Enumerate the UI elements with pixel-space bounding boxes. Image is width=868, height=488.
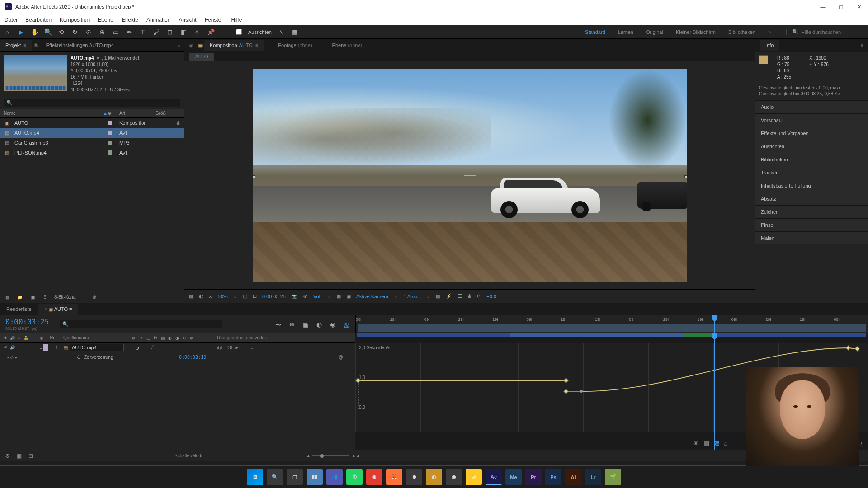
views-dropdown[interactable]: 1 Ansi... [403,294,421,299]
section-effekte[interactable]: Effekte und Vorgaben [755,127,868,140]
timeline-timecode[interactable]: 0:00:03:25 [5,318,49,326]
text-tool-icon[interactable]: T [139,28,146,36]
pickwhip-icon[interactable]: @ [217,345,222,350]
channel-icon[interactable]: ◐ [199,293,203,299]
graph-editor-icon[interactable]: ▧ [343,321,350,328]
workspace-more-icon[interactable]: » [768,29,771,35]
help-search-input[interactable] [801,29,864,35]
panel-lock-icon[interactable]: ◉ [32,42,41,48]
section-pinsel[interactable]: Pinsel [755,218,868,231]
menu-hilfe[interactable]: Hilfe [231,17,242,23]
timeline-search-input[interactable] [69,322,220,327]
adjust-icon[interactable]: 🎚 [42,294,49,301]
taskbar-explorer[interactable]: 📁 [466,469,482,485]
stamp-tool-icon[interactable]: ⊡ [166,28,174,36]
maximize-button[interactable]: ▢ [836,2,845,11]
breadcrumb-auto[interactable]: AUTO [189,53,214,61]
tab-timeline-auto[interactable]: × ▣ AUTO ≡ [38,304,79,315]
puppet-tool-icon[interactable]: 📌 [207,28,214,36]
minimize-button[interactable]: — [818,2,827,11]
roi-icon[interactable]: ⊡ [253,293,257,299]
menu-bearbeiten[interactable]: Bearbeiten [25,17,52,23]
mode-sw[interactable]: ⊕ [135,345,140,350]
panel-lock-icon[interactable]: ◉ [186,42,196,48]
roto-tool-icon[interactable]: ✧ [193,28,201,36]
property-value[interactable]: 0:00:03:10 [179,355,206,360]
selection-handle[interactable] [684,175,687,178]
workspace-original[interactable]: Original [646,29,663,35]
align-checkbox[interactable] [236,29,242,35]
keyframe[interactable] [563,378,568,383]
hand-tool-icon[interactable]: ✋ [31,28,38,36]
prev-kf-icon[interactable]: ◂ [7,355,9,360]
auto-zoom-icon[interactable]: ⌂ [724,440,728,447]
zoom-dropdown[interactable]: 50% [218,294,228,299]
menu-effekte[interactable]: Effekte [122,17,138,23]
frame-blend-icon[interactable]: ▦ [302,321,309,328]
col-size[interactable]: Größ [156,111,166,116]
section-bibliotheken[interactable]: Bibliotheken [755,153,868,166]
next-kf-icon[interactable]: ▸ [15,355,17,360]
eye-icon[interactable]: 👁 [693,440,699,447]
3d-view-icon[interactable]: ▣ [346,293,351,299]
tab-footage[interactable]: Footage (ohne) [273,41,317,50]
tab-effekteinstellungen[interactable]: Effekteinstellungen AUTO.mp4 [41,40,119,51]
selection-tool-icon[interactable]: ▶ [17,28,24,36]
resolution-dropdown[interactable]: Voll [313,294,321,299]
new-comp-icon[interactable]: ▣ [29,294,36,301]
audio-switch-icon[interactable]: 🔊 [9,335,15,341]
section-absatz[interactable]: Absatz [755,192,868,205]
section-tracker[interactable]: Tracker [755,166,868,179]
workspace-bibliotheken[interactable]: Bibliotheken [728,29,755,35]
playhead-line[interactable] [714,333,715,450]
taskbar-whatsapp[interactable]: ✆ [346,469,363,485]
tab-info[interactable]: Info [760,40,779,51]
taskbar-app2[interactable]: ⊛ [406,469,422,485]
timeline-icon[interactable]: ☰ [458,293,462,299]
close-button[interactable]: ✕ [854,2,863,11]
menu-ebene[interactable]: Ebene [98,17,113,23]
col-name[interactable]: Name [4,111,16,116]
taskbar-aftereffects[interactable]: Ae [486,469,502,485]
menu-datei[interactable]: Datei [5,17,17,23]
tab-projekt[interactable]: Projekt ≡ [0,40,32,51]
layer-name-input[interactable] [70,344,124,351]
panel-overflow-icon[interactable]: » [174,42,184,48]
ease-in-icon[interactable]: ⟅ [860,440,863,447]
col-type[interactable]: Art [119,111,156,116]
home-icon[interactable]: ⌂ [4,28,11,36]
timeline-ruler[interactable]: 00f19f09f29f19f09f29f19f09f29f19f09f29f1… [355,315,868,333]
taskbar-app4[interactable]: 🌱 [605,469,621,485]
col-label-icon[interactable]: ◉ [108,111,119,116]
project-item-carcrash[interactable]: ▤Car Crash.mp3 MP3 [0,138,184,148]
lock-switch-icon[interactable]: 🔒 [23,335,28,341]
property-zeitverzerrung[interactable]: ◂ ◇ ▸ ⏱Zeitverzerrung 0:00:03:10 @ [0,352,355,361]
solo-switch-icon[interactable]: ● [16,335,22,341]
tab-ebene[interactable]: Ebene (ohne) [327,41,368,50]
section-vorschau[interactable]: Vorschau [755,113,868,127]
timeline-zoom-slider[interactable]: ▲▲▲ [306,453,360,458]
expression-pickwhip-icon[interactable]: @ [339,355,352,360]
taskbar-me[interactable]: Me [505,469,522,485]
workspace-kleiner[interactable]: Kleiner Bildschirm [676,29,716,35]
taskbar-obs[interactable]: ◉ [446,469,462,485]
workspace-standard[interactable]: Standard [585,29,605,35]
menu-animation[interactable]: Animation [146,17,170,23]
bpc-label[interactable]: 8-Bit-Kanal [54,295,76,300]
menu-ansicht[interactable]: Ansicht [179,17,196,23]
label-col-icon[interactable]: ◉ [39,335,44,341]
video-switch-icon[interactable]: 👁 [3,335,8,341]
section-malen[interactable]: Malen [755,231,868,244]
tab-renderliste[interactable]: Renderliste [0,304,38,314]
snapshot-icon[interactable]: 📷 [291,293,297,299]
section-fuellung[interactable]: Inhaltsbasierte Füllung [755,179,868,192]
toggle-modes-icon[interactable]: ▣ [15,452,23,460]
parent-dropdown[interactable]: Ohne⌄ [225,345,256,351]
selection-handle[interactable] [253,175,255,178]
taskbar-firefox[interactable]: 🦊 [386,469,402,485]
video-toggle[interactable]: 👁 [3,345,8,350]
comp-mini-flow-icon[interactable]: ⊸ [275,321,282,328]
transparency-icon[interactable]: ▦ [336,293,341,299]
interpret-footage-icon[interactable]: ▦ [4,294,11,301]
camera-tool-icon[interactable]: ⊙ [85,28,92,36]
